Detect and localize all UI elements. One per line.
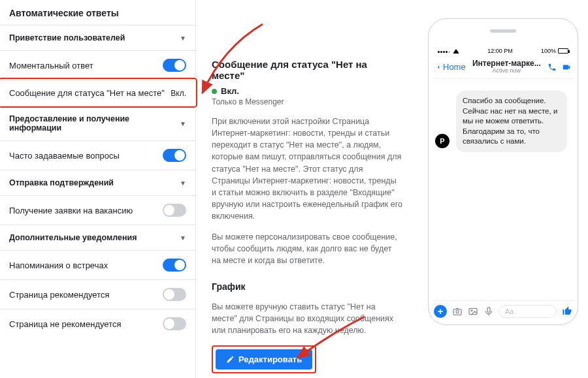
row-label: Сообщение для статуса "Нет на месте" — [9, 88, 171, 98]
row-label: Моментальный ответ — [9, 61, 163, 71]
row-reminders[interactable]: Напоминания о встречах — [0, 250, 195, 279]
row-page-not-recommended[interactable]: Страница не рекомендуется — [0, 309, 195, 338]
statusbar-time: 12:00 PM — [487, 48, 513, 54]
row-faq[interactable]: Часто задаваемые вопросы — [0, 140, 195, 170]
row-label: Страница рекомендуется — [9, 290, 163, 300]
svg-rect-4 — [487, 307, 490, 312]
chat-body: P Спасибо за сообщение. Сейчас нас нет н… — [434, 79, 572, 288]
description-2: Вы можете персонализировать свое сообщен… — [212, 231, 402, 266]
chat-subtitle: Active now — [466, 68, 547, 74]
composer: + Aa — [434, 300, 572, 318]
like-icon[interactable] — [562, 306, 572, 318]
statusbar-battery-text: 100% — [541, 48, 556, 54]
caret-down-icon: ▼ — [180, 120, 186, 127]
section-header-confirmations[interactable]: Отправка подтверждений ▼ — [0, 170, 195, 195]
back-label: Home — [443, 62, 466, 72]
caret-down-icon: ▼ — [180, 234, 186, 242]
edit-button-highlight: Редактировать — [212, 345, 316, 373]
description-1: При включении этой настройки Страница Ин… — [212, 116, 402, 222]
row-label: Напоминания о встречах — [9, 260, 163, 270]
avatar: P — [435, 134, 449, 148]
battery-icon — [558, 48, 568, 54]
add-button[interactable]: + — [434, 305, 447, 318]
message-bubble: Спасибо за сообщение. Сейчас нас нет на … — [456, 91, 567, 152]
composer-input[interactable]: Aa — [499, 305, 557, 318]
status-dot-icon — [212, 89, 217, 94]
svg-point-1 — [456, 311, 459, 313]
edit-button[interactable]: Редактировать — [216, 349, 312, 370]
description-3: Вы можете вручную ставить статус "Нет на… — [212, 301, 402, 336]
toggle-instant-reply[interactable] — [163, 59, 186, 72]
toggle-reminders[interactable] — [163, 259, 186, 272]
row-page-recommended[interactable]: Страница рекомендуется — [0, 279, 195, 309]
section-header-label: Отправка подтверждений — [9, 178, 114, 187]
row-status-text: Вкл. — [171, 89, 186, 98]
toggle-faq[interactable] — [163, 149, 186, 162]
chevron-left-icon — [435, 63, 442, 71]
toggle-page-not-recommended[interactable] — [163, 317, 186, 330]
svg-point-3 — [471, 310, 472, 311]
phone-icon[interactable] — [547, 63, 557, 72]
section-header-info[interactable]: Предоставление и получение информации ▼ — [0, 106, 195, 140]
mic-icon[interactable] — [483, 306, 494, 317]
row-label: Часто задаваемые вопросы — [9, 151, 163, 161]
sidebar-title: Автоматические ответы — [0, 0, 195, 25]
caret-down-icon: ▼ — [180, 35, 186, 42]
row-instant-reply[interactable]: Моментальный ответ — [0, 50, 195, 80]
svg-rect-0 — [453, 309, 461, 315]
row-away-message[interactable]: Сообщение для статуса "Нет на месте" Вкл… — [0, 80, 195, 106]
phone-statusbar: 12:00 PM 100% — [434, 48, 572, 57]
phone-frame: 12:00 PM 100% Home Интернет-марке... Act… — [428, 18, 578, 325]
camera-icon[interactable] — [452, 306, 463, 317]
row-label: Страница не рекомендуется — [9, 319, 163, 329]
image-icon[interactable] — [468, 306, 478, 317]
section-header-label: Приветствие пользователей — [9, 33, 125, 42]
chat-header: Home Интернет-марке... Active now — [434, 57, 572, 79]
video-icon[interactable] — [562, 63, 571, 72]
section-header-label: Предоставление и получение информации — [9, 114, 180, 133]
status-label: Вкл. — [221, 86, 239, 96]
row-job-application[interactable]: Получение заявки на вакансию — [0, 195, 195, 225]
section-header-extra[interactable]: Дополнительные уведомления ▼ — [0, 225, 195, 250]
status-line: Вкл. — [212, 86, 402, 96]
phone-preview-area: 12:00 PM 100% Home Интернет-марке... Act… — [418, 0, 588, 378]
caret-down-icon: ▼ — [180, 180, 186, 187]
pencil-icon — [226, 355, 235, 364]
section-header-greeting[interactable]: Приветствие пользователей ▼ — [0, 25, 195, 50]
row-label: Получение заявки на вакансию — [9, 206, 163, 215]
back-button[interactable]: Home — [435, 62, 466, 72]
phone-speaker-icon — [490, 29, 516, 33]
main-content: Сообщение для статуса "Нет на месте" Вкл… — [196, 0, 418, 378]
wifi-icon — [453, 49, 459, 54]
content-heading: Сообщение для статуса "Нет на месте" — [212, 59, 402, 81]
toggle-page-recommended[interactable] — [163, 288, 186, 301]
channel-note: Только в Messenger — [212, 97, 402, 106]
signal-icon — [438, 48, 451, 54]
toggle-job-application[interactable] — [163, 204, 186, 217]
sidebar: Автоматические ответы Приветствие пользо… — [0, 0, 196, 378]
edit-button-label: Редактировать — [238, 354, 302, 364]
schedule-heading: График — [212, 281, 402, 292]
section-header-label: Дополнительные уведомления — [9, 233, 137, 242]
